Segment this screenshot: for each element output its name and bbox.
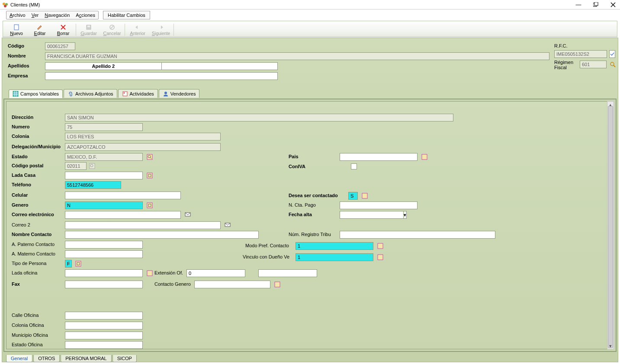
contactogenero-input[interactable] [194, 281, 270, 288]
regimen-lookup-icon[interactable] [609, 61, 616, 68]
title-bar: Clientes (MM) — [0, 0, 620, 10]
ladaoficina-input[interactable] [65, 269, 143, 277]
prev-icon [135, 24, 141, 31]
minimize-button[interactable]: — [573, 1, 584, 9]
correo-input[interactable] [65, 211, 181, 219]
estado-input[interactable] [65, 153, 143, 161]
menu-archivo[interactable]: Archivo [6, 11, 29, 19]
apaterno-input[interactable] [65, 241, 143, 249]
ladacasa-lookup-icon[interactable] [146, 172, 153, 179]
nombre-input[interactable] [45, 52, 549, 60]
maximize-button[interactable] [591, 1, 601, 9]
deseacontacto-lookup-icon[interactable] [361, 192, 368, 199]
telefono-input[interactable] [65, 181, 121, 189]
vinculo-input[interactable] [296, 253, 373, 261]
numero-input[interactable] [65, 123, 143, 131]
svg-point-0 [3, 3, 5, 5]
tab-archivos-adjuntos[interactable]: Archivos Adjuntos [64, 89, 117, 98]
svg-rect-34 [147, 271, 152, 276]
estadooficina-label: Estado Oficina [12, 342, 43, 347]
borrar-button[interactable]: Borrar [51, 22, 75, 37]
cp-lookup-icon[interactable] [89, 163, 96, 169]
cp-input[interactable] [65, 162, 87, 170]
fechaalta-combo[interactable]: ▾ [340, 211, 377, 219]
numregistro-label: Núm. Registro Tribu [289, 232, 331, 237]
tab-campos-variables[interactable]: Campos Variables [9, 89, 63, 98]
vinculo-lookup-icon[interactable] [377, 254, 384, 261]
delegacion-input[interactable] [65, 143, 221, 151]
cancel-icon [109, 24, 115, 31]
celular-input[interactable] [65, 192, 181, 199]
coloniaoficina-label: Colonia Oficina [12, 322, 44, 328]
tipopersona-input[interactable] [65, 260, 72, 268]
habilitar-cambios-button[interactable]: Habilitar Cambios [103, 11, 150, 19]
tab-vendedores[interactable]: Vendedores [159, 89, 200, 98]
ladaoficina-lookup-icon[interactable] [146, 270, 153, 277]
nctapago-input[interactable] [340, 201, 418, 209]
codigo-label: Código [8, 43, 24, 48]
tab-sicop[interactable]: SICOP [112, 355, 137, 362]
tab-persona-moral[interactable]: PERSONA MORAL [61, 355, 111, 362]
fechaalta-input[interactable] [340, 211, 404, 219]
vinculo-label: Vinculo con Dueño Ve [243, 254, 289, 259]
rfc-input[interactable] [554, 50, 607, 58]
correo2-input[interactable] [65, 221, 221, 229]
toolbar: Nuevo Editar Borrar Guardar Cancelar Ant… [3, 21, 617, 37]
scroll-down-icon[interactable]: ▾ [607, 343, 614, 349]
extension-input[interactable] [186, 269, 245, 277]
svg-point-22 [123, 92, 125, 93]
tab-otros[interactable]: OTROS [33, 355, 60, 362]
apellido2-cell[interactable] [162, 63, 278, 70]
numregistro-input[interactable] [340, 231, 495, 239]
apaterno-label: A. Paterno Contacto [12, 242, 55, 247]
regimen-input[interactable] [580, 61, 607, 68]
estado-lookup-icon[interactable] [146, 153, 153, 160]
nuevo-button[interactable]: Nuevo [5, 22, 28, 37]
coniva-checkbox[interactable] [351, 163, 357, 169]
empresa-label: Empresa [8, 73, 28, 78]
vertical-scrollbar[interactable]: ▴ ▾ [607, 101, 614, 349]
empresa-input[interactable] [45, 72, 278, 80]
coloniaoficina-input[interactable] [65, 322, 143, 329]
nctapago-label: N. Cta. Pago [289, 202, 316, 208]
app-icon [2, 1, 9, 8]
svg-rect-33 [76, 261, 81, 266]
municipiooficina-input[interactable] [65, 332, 143, 339]
extension-extra-input[interactable] [258, 269, 317, 277]
calleoficina-input[interactable] [65, 312, 143, 319]
colonia-input[interactable] [65, 133, 221, 140]
nombrecontacto-input[interactable] [65, 231, 259, 239]
tab-actividades-label: Actividades [130, 91, 154, 96]
direccion-label: Dirección [12, 115, 33, 120]
pais-input[interactable] [340, 153, 418, 161]
modopref-lookup-icon[interactable] [377, 243, 384, 249]
pais-lookup-icon[interactable] [421, 153, 428, 160]
menu-acciones[interactable]: Acciones [73, 11, 98, 19]
modopref-input[interactable] [296, 242, 373, 250]
direccion-input[interactable] [65, 114, 453, 121]
contactogenero-lookup-icon[interactable] [274, 281, 281, 288]
tab-general[interactable]: General [6, 355, 32, 362]
close-button[interactable] [608, 1, 618, 9]
ladacasa-input[interactable] [65, 172, 143, 179]
nombre-label: Nombre [8, 53, 26, 58]
menu-ver[interactable]: Ver [29, 11, 42, 19]
tipopersona-lookup-icon[interactable] [75, 260, 82, 267]
codigo-input[interactable] [45, 42, 75, 50]
chevron-down-icon[interactable]: ▾ [404, 211, 407, 219]
menu-navegacion[interactable]: Navegación [42, 11, 73, 19]
correo2-label: Correo 2 [12, 222, 30, 227]
correo-action-icon[interactable] [184, 211, 191, 218]
amaterno-input[interactable] [65, 250, 143, 258]
editar-button[interactable]: Editar [28, 22, 51, 37]
fax-input[interactable] [65, 281, 143, 288]
estadooficina-input[interactable] [65, 341, 143, 349]
deseacontacto-input[interactable] [348, 192, 358, 200]
scroll-thumb[interactable] [608, 106, 613, 348]
svg-rect-11 [87, 26, 90, 27]
genero-lookup-icon[interactable] [146, 202, 153, 209]
genero-input[interactable] [65, 201, 143, 209]
correo2-action-icon[interactable] [224, 221, 231, 228]
rfc-check[interactable] [609, 50, 615, 58]
tab-actividades[interactable]: Actividades [118, 89, 158, 98]
